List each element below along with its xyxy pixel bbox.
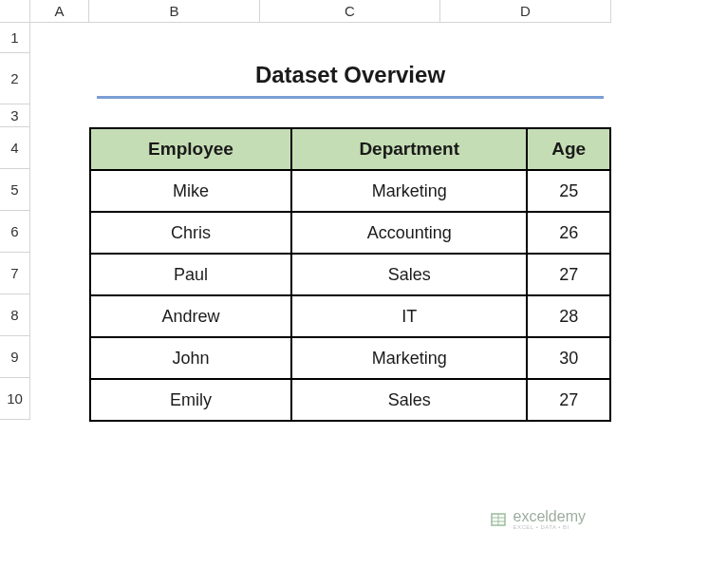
row-header-5[interactable]: 5 — [0, 169, 30, 211]
cell-age[interactable]: 25 — [527, 170, 610, 212]
col-header-b[interactable]: B — [89, 0, 260, 23]
watermark-main: exceldemy — [513, 509, 586, 524]
cell-department[interactable]: Sales — [291, 379, 527, 421]
row-header-4[interactable]: 4 — [0, 127, 30, 169]
cell-age[interactable]: 27 — [527, 379, 610, 421]
corner-cell[interactable] — [0, 0, 30, 23]
col-header-c[interactable]: C — [260, 0, 440, 23]
table-row: Paul Sales 27 — [90, 254, 610, 295]
cell-employee[interactable]: Chris — [90, 212, 291, 254]
table-row: Emily Sales 27 — [90, 379, 610, 421]
col-header-d[interactable]: D — [440, 0, 611, 23]
row-header-10[interactable]: 10 — [0, 378, 30, 420]
cell-age[interactable]: 30 — [527, 337, 610, 379]
data-table-container: Employee Department Age Mike Marketing 2… — [89, 127, 611, 420]
logo-icon — [489, 510, 508, 529]
cell-department[interactable]: Accounting — [291, 212, 527, 254]
cell-age[interactable]: 26 — [527, 212, 610, 254]
table-row: Andrew IT 28 — [90, 295, 610, 337]
cell-employee[interactable]: Mike — [90, 170, 291, 212]
table-row: John Marketing 30 — [90, 337, 610, 379]
spreadsheet-grid: A B C D 1 2 3 4 5 6 7 8 9 10 Dataset Ove… — [0, 0, 728, 420]
watermark-sub: EXCEL • DATA • BI — [513, 524, 586, 530]
header-age[interactable]: Age — [527, 128, 610, 170]
cell-age[interactable]: 28 — [527, 295, 610, 337]
cell-employee[interactable]: Paul — [90, 254, 291, 295]
header-employee[interactable]: Employee — [90, 128, 291, 170]
row-header-2[interactable]: 2 — [0, 53, 30, 104]
row-header-7[interactable]: 7 — [0, 253, 30, 294]
row-header-9[interactable]: 9 — [0, 336, 30, 378]
cell-department[interactable]: IT — [291, 295, 527, 337]
cell-department[interactable]: Marketing — [291, 337, 527, 379]
col-header-a[interactable]: A — [30, 0, 89, 23]
page-title[interactable]: Dataset Overview — [97, 53, 604, 99]
cell-employee[interactable]: Emily — [90, 379, 291, 421]
cell-age[interactable]: 27 — [527, 254, 610, 295]
row-header-1[interactable]: 1 — [0, 23, 30, 53]
header-department[interactable]: Department — [291, 128, 527, 170]
cell-employee[interactable]: Andrew — [90, 295, 291, 337]
table-row: Chris Accounting 26 — [90, 212, 610, 254]
row-header-6[interactable]: 6 — [0, 211, 30, 253]
table-row: Mike Marketing 25 — [90, 170, 610, 212]
data-table: Employee Department Age Mike Marketing 2… — [89, 127, 611, 422]
watermark-text: exceldemy EXCEL • DATA • BI — [513, 509, 586, 530]
cell-department[interactable]: Sales — [291, 254, 527, 295]
row-header-3[interactable]: 3 — [0, 104, 30, 127]
watermark: exceldemy EXCEL • DATA • BI — [489, 509, 586, 530]
cell-department[interactable]: Marketing — [291, 170, 527, 212]
row-header-8[interactable]: 8 — [0, 294, 30, 336]
cell-employee[interactable]: John — [90, 337, 291, 379]
table-header-row: Employee Department Age — [90, 128, 610, 170]
